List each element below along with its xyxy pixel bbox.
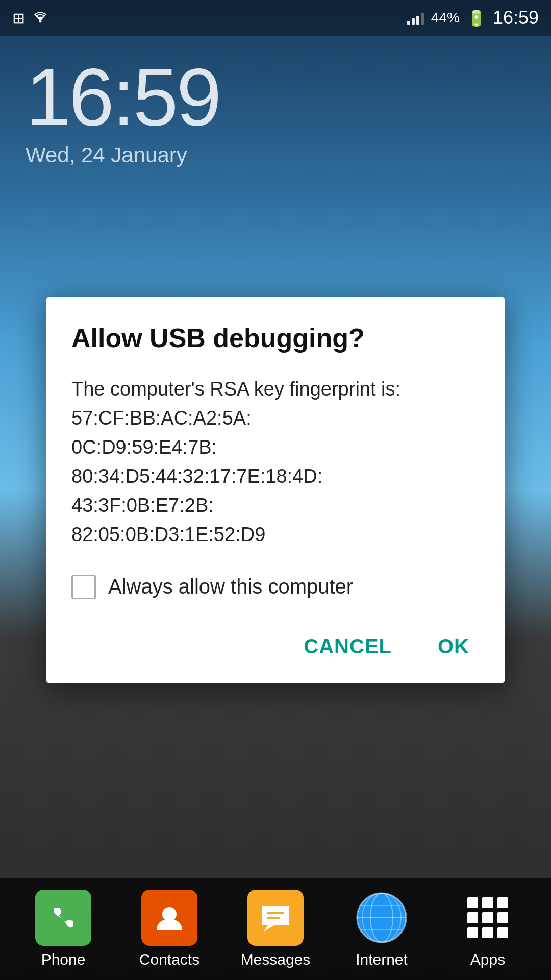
always-allow-label: Always allow this computer: [108, 575, 353, 598]
ok-button[interactable]: OK: [428, 630, 480, 663]
dialog-body: The computer's RSA key fingerprint is: 5…: [71, 375, 480, 549]
usb-debug-dialog: Allow USB debugging? The computer's RSA …: [46, 297, 505, 683]
dialog-buttons: CANCEL OK: [71, 630, 480, 663]
dialog-overlay: Allow USB debugging? The computer's RSA …: [0, 0, 551, 980]
dialog-title: Allow USB debugging?: [71, 322, 480, 354]
always-allow-checkbox[interactable]: [71, 575, 96, 599]
always-allow-row[interactable]: Always allow this computer: [71, 575, 480, 599]
cancel-button[interactable]: CANCEL: [293, 630, 402, 663]
